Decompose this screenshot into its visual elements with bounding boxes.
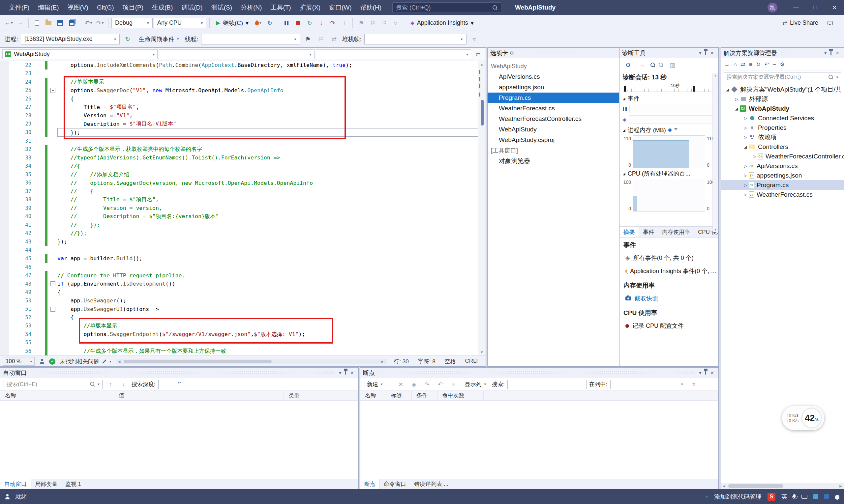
code-line[interactable]: 35 // //添加文档介绍 bbox=[0, 170, 486, 179]
code-line[interactable]: 46 bbox=[0, 263, 486, 271]
breakpoints-title-bar[interactable]: 断点 ▾ ✕ bbox=[360, 367, 718, 378]
in-column-dropdown[interactable]: ▾ bbox=[610, 380, 686, 389]
scroll-down-icon[interactable]: ▼ bbox=[713, 227, 718, 232]
memory-section-header[interactable]: ◢ 进程内存 (MB) bbox=[619, 125, 718, 136]
tab-list-item[interactable]: Program.cs bbox=[488, 93, 619, 103]
editor-vertical-scrollbar[interactable]: ▲ ▼ bbox=[478, 61, 486, 356]
code-line[interactable]: 36 // options.SwaggerDoc(version, new Mi… bbox=[0, 179, 486, 187]
flag-thread-button[interactable]: ⚑ bbox=[303, 34, 313, 44]
memory-chart-plot[interactable] bbox=[633, 136, 705, 168]
code-line[interactable]: 27 Title = $"项目名", bbox=[0, 103, 486, 112]
pin-icon[interactable] bbox=[345, 371, 346, 375]
code-line[interactable]: 41 // }); bbox=[0, 221, 486, 229]
settings-gear-icon[interactable]: ⚙ bbox=[623, 60, 633, 71]
thread-dropdown[interactable]: ▾ bbox=[201, 34, 300, 44]
unflag-threads-button[interactable]: ⚐ bbox=[316, 34, 326, 44]
close-icon[interactable]: ✕ bbox=[350, 370, 354, 376]
fold-collapse-icon[interactable]: − bbox=[50, 281, 55, 286]
tab-list-item[interactable]: ApiVersions.cs bbox=[488, 71, 619, 82]
code-line[interactable]: 47// Configure the HTTP request pipeline… bbox=[0, 271, 486, 280]
process-dropdown[interactable]: [13632] WebApiStudy.exe▾ bbox=[21, 34, 120, 44]
code-line[interactable]: 33 //typeof(ApiVersions).GetEnumNames().… bbox=[0, 154, 486, 162]
open-file-button[interactable] bbox=[43, 18, 54, 28]
code-line[interactable]: 52 { bbox=[0, 313, 486, 322]
collapsed-icon[interactable]: ▷ bbox=[742, 126, 749, 130]
navigate-back-button[interactable]: ←▾ bbox=[3, 18, 14, 28]
tab-2[interactable]: 内存使用率 bbox=[658, 227, 694, 237]
undo-button[interactable]: ↶▾ bbox=[83, 18, 93, 28]
break-all-button[interactable] bbox=[281, 18, 292, 28]
live-share-button[interactable]: ⇄ Live Share bbox=[779, 18, 822, 28]
breakpoints-tab-2[interactable]: 错误详列表 ... bbox=[410, 479, 452, 489]
scroll-left-icon[interactable]: ◀ bbox=[116, 360, 122, 363]
nav-type-dropdown[interactable]: ▾ bbox=[159, 49, 314, 59]
collaborate-icon[interactable] bbox=[39, 359, 45, 364]
expanded-icon[interactable]: ◢ bbox=[742, 145, 749, 149]
application-insights-dropdown[interactable]: ◆ Application Insights ▾ bbox=[407, 18, 477, 28]
gear-icon[interactable]: ⚙ bbox=[510, 50, 514, 56]
breakpoints-search-input[interactable] bbox=[507, 380, 586, 389]
split-window-icon[interactable]: ⇄ bbox=[472, 49, 484, 59]
tree-item[interactable]: ▷ApiVersions.cs bbox=[721, 161, 844, 170]
code-line[interactable]: 37 // { bbox=[0, 187, 486, 196]
ime-tool-icon[interactable] bbox=[813, 494, 818, 499]
fold-margin[interactable]: − bbox=[48, 281, 57, 286]
code-line[interactable]: 25− options.SwaggerDoc("V1", new Microso… bbox=[0, 86, 486, 95]
code-line[interactable]: 44 bbox=[0, 246, 486, 255]
tab-list-item[interactable]: WeatherForecastController.cs bbox=[488, 114, 619, 124]
close-icon[interactable]: ✕ bbox=[836, 50, 839, 56]
solution-search-box[interactable]: 搜索解决方案资源管理器(Ctrl+;) ▾ bbox=[724, 72, 841, 82]
cpu-section-header[interactable]: ◢ CPU (所有处理器的百... bbox=[619, 168, 718, 179]
redo-button[interactable]: ↷▾ bbox=[94, 18, 105, 28]
column-header-1[interactable]: 标签 bbox=[386, 391, 412, 400]
autos-search-box[interactable]: 搜索(Ctrl+E) ▾ bbox=[4, 380, 103, 389]
toolbar-overflow-icon[interactable]: ▿ bbox=[689, 379, 699, 390]
code-line[interactable]: 43}); bbox=[0, 237, 486, 246]
code-line[interactable]: 30 }); bbox=[0, 128, 486, 137]
drag-handle[interactable] bbox=[519, 51, 613, 55]
zoom-out-icon[interactable] bbox=[659, 62, 664, 68]
menu-item-7[interactable]: 测试(S) bbox=[207, 0, 236, 15]
code-line[interactable]: 54 options.SwaggerEndpoint($"/swagger/V1… bbox=[0, 330, 486, 339]
autos-tab-2[interactable]: 监视 1 bbox=[61, 479, 85, 489]
code-line[interactable]: 49{ bbox=[0, 288, 486, 296]
menu-item-4[interactable]: 项目(P) bbox=[118, 0, 148, 15]
events-section-header[interactable]: ◢ 事件 bbox=[619, 93, 718, 104]
stack-frame-dropdown[interactable]: ▾ bbox=[364, 34, 466, 44]
spaces-indicator[interactable]: 空格 bbox=[445, 358, 456, 365]
maximize-button[interactable]: □ bbox=[806, 0, 825, 15]
export-breakpoints-icon[interactable]: ↷ bbox=[422, 379, 433, 390]
collapsed-icon[interactable]: ▷ bbox=[742, 183, 749, 187]
code-line[interactable]: 50 app.UseSwagger(); bbox=[0, 296, 486, 305]
tab-1[interactable]: 事件 bbox=[639, 227, 658, 237]
drag-handle[interactable] bbox=[780, 51, 819, 55]
mic-icon[interactable] bbox=[793, 494, 795, 498]
take-snapshot-row[interactable]: 截取快照 bbox=[619, 292, 718, 305]
prev-bookmark-button[interactable]: ⚐ bbox=[367, 18, 378, 28]
autos-grid[interactable] bbox=[0, 400, 358, 479]
menu-item-10[interactable]: 扩展(X) bbox=[295, 0, 325, 15]
add-to-source-control-button[interactable]: 添加到源代码管理 bbox=[714, 493, 762, 501]
zoom-dropdown[interactable]: 100 %▾ bbox=[3, 357, 35, 366]
sync-with-active-document-icon[interactable]: ↻ bbox=[756, 61, 760, 68]
next-bookmark-button[interactable]: ⚐ bbox=[379, 18, 389, 28]
refresh-icon[interactable]: ↶ bbox=[764, 61, 769, 68]
autos-tab-0[interactable]: 自动窗口 bbox=[0, 479, 31, 489]
expanded-icon[interactable]: ◢ bbox=[724, 87, 731, 92]
scroll-right-icon[interactable]: ▶ bbox=[379, 360, 385, 363]
tree-item[interactable]: ▷依赖项 bbox=[721, 132, 844, 142]
step-into-button[interactable]: ↓ bbox=[316, 18, 326, 28]
menu-item-2[interactable]: 视图(V) bbox=[63, 0, 93, 15]
home-icon[interactable]: ⌂ bbox=[734, 61, 737, 68]
close-button[interactable]: ✕ bbox=[825, 0, 844, 15]
collapsed-icon[interactable]: ▷ bbox=[742, 192, 749, 197]
minimize-button[interactable]: — bbox=[787, 0, 806, 15]
code-line[interactable]: 51− app.UseSwaggerUI(options => bbox=[0, 305, 486, 313]
column-header-2[interactable]: 类型 bbox=[284, 391, 358, 400]
collapsed-icon[interactable]: ▷ bbox=[742, 173, 749, 178]
network-speed-widget[interactable]: ↑0 K/s ↓0 K/s 42 % bbox=[782, 406, 824, 430]
toolbar-overflow-button[interactable]: ▿ bbox=[390, 18, 401, 28]
pin-icon[interactable] bbox=[705, 51, 706, 55]
ime-grid-icon[interactable] bbox=[824, 494, 829, 499]
tab-0[interactable]: 摘要 bbox=[619, 227, 639, 237]
